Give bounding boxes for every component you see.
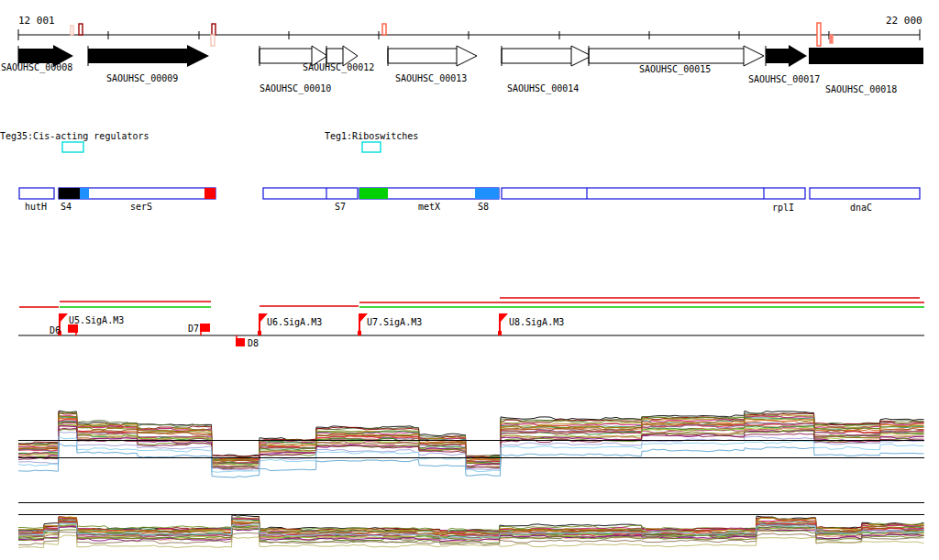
gene-arrow-body [260, 49, 312, 63]
transcript-gene-label: rplI [772, 203, 794, 213]
feature-track: Teg35:Cis-acting regulatorsTeg1:Riboswit… [0, 131, 418, 152]
coverage-panel-2 [18, 503, 924, 548]
transcript-box [19, 188, 54, 199]
feature-box [62, 142, 83, 152]
gene-arrow: SAOUHSC_00018 [809, 48, 923, 95]
d-marker-square-icon [200, 324, 210, 332]
tss-d-marker-label: D8 [248, 338, 259, 348]
gene-arrow-body [809, 48, 923, 64]
flag-base-icon [498, 331, 502, 335]
gene-label: SAOUHSC_00015 [639, 64, 711, 75]
tss-flag: U5.SigA.M3 [58, 313, 124, 335]
coverage-trace [18, 412, 924, 459]
gene-label: SAOUHSC_00013 [395, 73, 467, 84]
tss-flag: U6.SigA.M3 [258, 313, 322, 335]
tss-track: U5.SigA.M3U6.SigA.M3U7.SigA.M3U8.SigA.M3… [18, 298, 924, 348]
transcript-gene-label: serS [130, 202, 152, 212]
genome-browser-canvas: 12 00122 000SAOUHSC_00008SAOUHSC_00009SA… [0, 0, 939, 560]
tss-d-marker-label: D6 [50, 325, 61, 335]
ruler-start-coordinate: 12 001 [18, 15, 55, 27]
gene-label: SAOUHSC_00012 [303, 62, 374, 73]
ruler-variant-marker [817, 23, 821, 46]
ruler-end-coordinate: 22 000 [886, 15, 922, 27]
ruler-variant-marker [830, 35, 833, 43]
feature-label: Teg35:Cis-acting regulators [0, 131, 149, 141]
gene-track: SAOUHSC_00008SAOUHSC_00009SAOUHSC_00010S… [1, 45, 923, 95]
gene-arrow-body [388, 49, 457, 63]
gene-arrow-body [502, 49, 571, 63]
transcript-gene-label: metX [418, 202, 440, 212]
tss-flag-label: U7.SigA.M3 [367, 317, 422, 327]
gene-arrow-body [589, 49, 744, 63]
gene-label: SAOUHSC_00017 [748, 74, 820, 85]
gene-label: SAOUHSC_00014 [507, 83, 579, 94]
transcript-colored-block [80, 188, 89, 199]
transcript-gene-label: S7 [335, 202, 346, 212]
ruler-variant-marker [382, 24, 386, 35]
gene-arrow: SAOUHSC_00009 [88, 45, 209, 84]
gene-arrow-head [744, 46, 764, 66]
feature-box [362, 142, 381, 152]
tss-d-marker: D6 [50, 324, 78, 335]
flag-pennant-icon [500, 313, 508, 323]
ruler-variant-marker [71, 26, 73, 35]
transcript-box [810, 188, 920, 199]
ruler-variant-marker [212, 24, 215, 35]
transcript-gene-label: hutH [25, 202, 47, 212]
tss-d-marker: D8 [236, 335, 259, 348]
tss-d-marker-label: D7 [188, 324, 199, 334]
gene-arrow: SAOUHSC_00014 [502, 46, 591, 94]
transcript-box [263, 188, 358, 199]
transcript-colored-block [475, 188, 499, 199]
flag-pennant-icon [60, 313, 68, 323]
genome-browser-view: 12 00122 000SAOUHSC_00008SAOUHSC_00009SA… [0, 0, 939, 560]
d-marker-square-icon [68, 324, 78, 333]
transcript-gene-label: dnaC [850, 203, 872, 213]
gene-label: SAOUHSC_00009 [106, 73, 178, 84]
transcript-track: hutHS4serSS7metXS8rplIdnaC [19, 188, 920, 213]
coverage-panel-1 [18, 411, 924, 478]
transcript-colored-block [359, 188, 388, 199]
gene-label: SAOUHSC_00008 [1, 62, 72, 73]
transcript-colored-block [59, 188, 80, 199]
gene-arrow-body [326, 49, 343, 63]
gene-arrow: SAOUHSC_00015 [589, 46, 764, 75]
ruler-variant-marker [211, 35, 215, 46]
gene-label: SAOUHSC_00010 [260, 83, 331, 94]
gene-arrow: SAOUHSC_00008 [1, 45, 73, 73]
tss-flag-label: U8.SigA.M3 [509, 317, 564, 327]
transcript-gene-label: S8 [478, 202, 489, 212]
transcript-colored-block [204, 188, 215, 199]
gene-label: SAOUHSC_00018 [825, 84, 897, 95]
flag-base-icon [358, 331, 361, 335]
gene-arrow-body [88, 45, 209, 67]
gene-arrow-head [457, 46, 477, 66]
ruler: 12 00122 000 [18, 15, 922, 46]
transcript-gene-label: S4 [61, 202, 72, 212]
flag-base-icon [258, 331, 261, 335]
tss-d-marker: D7 [188, 324, 210, 335]
gene-arrow: SAOUHSC_00013 [388, 46, 477, 84]
ruler-variant-marker [79, 24, 83, 35]
d-marker-square-icon [236, 338, 245, 346]
gene-arrow-body [766, 45, 807, 67]
transcript-box [502, 188, 805, 199]
tss-flag: U8.SigA.M3 [498, 313, 564, 335]
tss-flag: U7.SigA.M3 [358, 313, 422, 335]
feature-label: Teg1:Riboswitches [325, 131, 418, 141]
tss-flag-label: U5.SigA.M3 [69, 315, 124, 325]
tss-flag-label: U6.SigA.M3 [267, 317, 322, 327]
